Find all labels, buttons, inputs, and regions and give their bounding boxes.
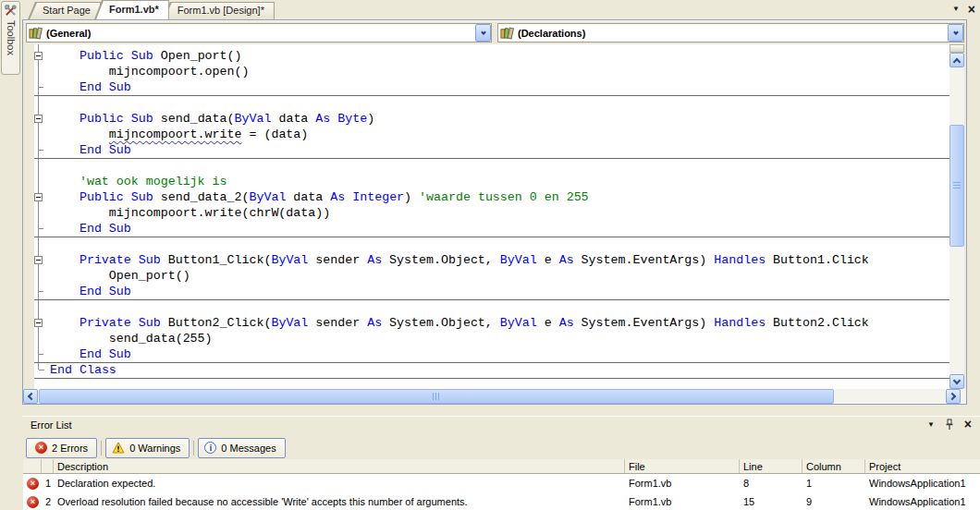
procedures-dropdown[interactable]: (Declarations) — [497, 23, 964, 42]
code-token: mijncompoort.open() — [50, 65, 249, 79]
code-token — [50, 49, 80, 63]
object-list-icon — [29, 26, 43, 40]
error-project: WindowsApplication1 — [865, 478, 980, 489]
header-project[interactable]: Project — [865, 459, 980, 473]
error-column: 9 — [802, 496, 865, 507]
code-line[interactable]: Private Sub Button1_Click(ByVal sender A… — [23, 252, 949, 268]
horizontal-scroll-thumb[interactable] — [39, 389, 834, 404]
pin-icon[interactable] — [945, 419, 954, 431]
code-token: System.EventArgs) — [574, 253, 715, 267]
code-line[interactable]: mijncompoort.open() — [23, 64, 949, 79]
objects-dropdown-button[interactable] — [475, 24, 491, 42]
messages-filter-button[interactable]: i 0 Messages — [198, 438, 285, 458]
code-line[interactable]: End Class — [23, 362, 949, 378]
code-line[interactable]: 'wat ook mogelijk is — [23, 174, 949, 189]
code-line[interactable] — [23, 237, 949, 252]
code-token: System.Object, — [382, 253, 500, 267]
chevron-up-icon — [953, 57, 961, 65]
toolbox-autohide-tab[interactable]: Toolbox — [1, 1, 20, 75]
close-document-icon[interactable]: × — [968, 4, 975, 16]
error-file: Form1.vb — [625, 478, 740, 489]
fold-toggle[interactable] — [34, 115, 43, 123]
code-token: As — [559, 316, 574, 330]
error-list-title: Error List — [31, 419, 72, 431]
header-number-column[interactable] — [42, 459, 54, 473]
errors-filter-button[interactable]: × 2 Errors — [26, 438, 97, 458]
code-token: As — [367, 253, 382, 267]
active-files-dropdown-icon[interactable]: ▼ — [952, 3, 960, 16]
fold-toggle[interactable] — [34, 52, 43, 60]
code-line[interactable]: Public Sub send_data_2(ByVal data As Int… — [23, 189, 949, 205]
code-line[interactable]: Private Sub Button2_Click(ByVal sender A… — [23, 315, 949, 331]
header-description[interactable]: Description — [54, 459, 625, 473]
code-line[interactable]: End Sub — [23, 284, 949, 299]
vertical-scroll-thumb[interactable] — [949, 125, 964, 247]
tab-form1-vb[interactable]: Form1.vb* — [94, 0, 169, 19]
header-icon-column[interactable] — [23, 459, 42, 473]
tab-form1-vb-design[interactable]: Form1.vb [Design]* — [163, 2, 275, 19]
code-line[interactable]: mijncompoort.write = (data) — [23, 127, 949, 142]
code-token: Open_port() — [50, 269, 190, 283]
code-token: ByVal — [500, 316, 537, 330]
code-token: Sub — [139, 253, 161, 267]
code-line[interactable]: mijncompoort.write(chrW(data)) — [23, 205, 949, 221]
fold-end-tick — [39, 150, 43, 151]
code-line[interactable] — [23, 95, 949, 111]
scroll-right-button[interactable] — [946, 389, 961, 404]
code-line[interactable]: Public Sub send_data(ByVal data As Byte) — [23, 111, 949, 127]
header-file[interactable]: File — [625, 459, 740, 473]
code-token: e — [537, 253, 559, 267]
code-line[interactable] — [23, 299, 949, 315]
code-token: Button1_Click( — [161, 253, 272, 267]
header-column[interactable]: Column — [802, 459, 865, 473]
error-list-panel: Error List ▼ × × 2 Errors — [22, 416, 980, 510]
fold-toggle[interactable] — [34, 319, 43, 327]
error-list-titlebar[interactable]: Error List ▼ × — [22, 417, 980, 432]
error-line: 15 — [740, 496, 802, 507]
code-line[interactable]: End Sub — [23, 142, 949, 158]
scroll-left-button[interactable] — [23, 389, 38, 404]
warnings-filter-button[interactable]: 0 Warnings — [105, 438, 190, 458]
code-line[interactable]: End Sub — [23, 346, 949, 362]
code-token: data — [271, 112, 315, 126]
fold-toggle[interactable] — [34, 256, 43, 264]
fold-toggle[interactable] — [34, 193, 43, 201]
code-token: Sub — [109, 143, 131, 157]
code-token: Private — [80, 316, 131, 330]
tab-label: Start Page — [28, 2, 101, 18]
tab-start-page[interactable]: Start Page — [28, 2, 101, 19]
error-row[interactable]: ×1Declaration expected.Form1.vb81Windows… — [23, 474, 980, 492]
code-line[interactable]: send_data(255) — [23, 331, 949, 346]
code-editor-surface[interactable]: Public Sub Open_port() mijncompoort.open… — [23, 44, 949, 389]
chevron-down-icon — [953, 377, 961, 384]
code-line[interactable]: Public Sub Open_port() — [23, 48, 949, 64]
code-token: mijncompoort.write(chrW(data)) — [50, 206, 330, 220]
code-token: Sub — [139, 316, 161, 330]
header-line[interactable]: Line — [740, 459, 802, 473]
horizontal-scrollbar[interactable] — [23, 389, 966, 404]
code-token: End — [80, 143, 102, 157]
window-position-dropdown-icon[interactable]: ▼ — [927, 419, 935, 431]
code-line[interactable] — [23, 158, 949, 174]
code-token — [50, 175, 80, 188]
vertical-scrollbar[interactable] — [949, 44, 964, 389]
chevron-left-icon — [28, 393, 35, 400]
chevron-down-icon — [481, 30, 486, 35]
code-line[interactable]: Open_port() — [23, 268, 949, 284]
code-token: sender — [308, 316, 367, 330]
close-panel-icon[interactable]: × — [964, 419, 972, 431]
code-line[interactable]: End Sub — [23, 221, 949, 237]
scroll-up-button[interactable] — [949, 53, 964, 67]
code-token — [102, 347, 109, 361]
code-line[interactable]: End Sub — [23, 79, 949, 95]
scroll-down-button[interactable] — [949, 374, 964, 389]
code-token: As — [330, 190, 345, 204]
code-token: Button2_Click( — [161, 316, 272, 330]
code-token — [50, 80, 80, 94]
split-editor-handle[interactable] — [949, 44, 964, 53]
objects-dropdown[interactable]: (General) — [26, 23, 492, 42]
code-token — [50, 222, 80, 236]
code-token: Sub — [109, 347, 131, 361]
procedures-dropdown-button[interactable] — [948, 24, 963, 42]
error-row[interactable]: ×2Overload resolution failed because no … — [23, 492, 980, 510]
